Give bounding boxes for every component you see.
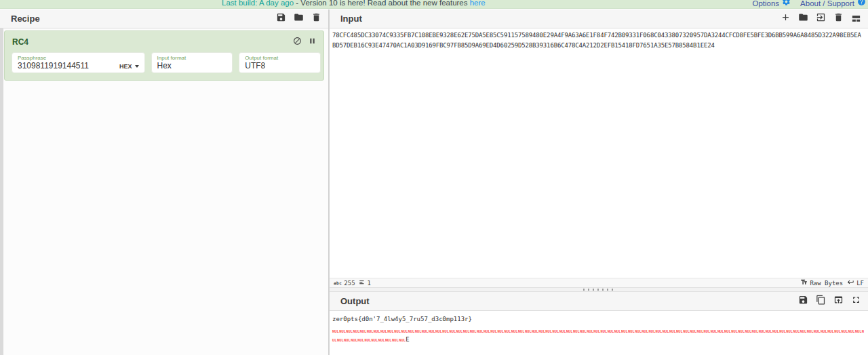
save-icon <box>276 12 286 25</box>
add-input-button[interactable] <box>780 14 791 24</box>
banner-message: Last build: A day ago - Version 10 is he… <box>222 0 486 9</box>
nul-control-char: NUL <box>394 329 401 333</box>
last-build-link[interactable]: Last build: A day ago <box>222 0 294 7</box>
passphrase-value[interactable]: 3109811919144511 <box>18 61 119 71</box>
nul-control-char: NUL <box>573 329 580 333</box>
nul-control-char: NUL <box>800 329 807 333</box>
passphrase-type-value: HEX <box>119 63 132 70</box>
nul-control-char: NUL <box>422 329 429 333</box>
replace-input-button[interactable] <box>833 296 844 307</box>
nul-control-char: NUL <box>490 329 497 333</box>
tabs-icon[interactable] <box>850 14 861 24</box>
nul-control-char: NUL <box>669 329 676 333</box>
maximise-output-button[interactable] <box>850 296 861 307</box>
nul-control-char: NUL <box>752 329 759 333</box>
nul-control-char: NUL <box>442 329 449 333</box>
nul-control-char: NUL <box>408 329 415 333</box>
nul-control-char: NUL <box>380 329 387 333</box>
nul-control-char: NUL <box>357 338 364 342</box>
line-count-icon <box>359 279 366 287</box>
nul-control-char: NUL <box>841 329 848 333</box>
nul-control-char: NUL <box>532 329 538 333</box>
operation-name: RC4 <box>12 37 293 47</box>
line-count: 1 <box>359 279 371 287</box>
nul-control-char: NUL <box>360 329 367 333</box>
about-support-button[interactable]: About / Support <box>800 0 866 9</box>
io-pane: Input 78CFC485DC33074C9335FB7C108EBE9328… <box>330 9 868 355</box>
save-icon <box>798 295 808 308</box>
passphrase-field[interactable]: Passphrase 3109811919144511 HEX <box>12 52 145 73</box>
load-recipe-button[interactable] <box>293 14 304 24</box>
nul-control-char: NUL <box>656 329 663 333</box>
nul-control-char: NUL <box>690 329 696 333</box>
nul-control-char: NUL <box>484 329 490 333</box>
passphrase-label: Passphrase <box>18 55 139 61</box>
clear-io-button[interactable] <box>833 14 844 24</box>
nul-control-char: NUL <box>587 329 593 333</box>
output-format-field[interactable]: Output format UTF8 <box>239 52 321 73</box>
nul-control-char: NUL <box>435 329 442 333</box>
save-output-button[interactable] <box>797 296 808 307</box>
nul-control-char: NUL <box>779 329 786 333</box>
nul-control-char: NUL <box>614 329 621 333</box>
nul-control-char: NUL <box>387 329 394 333</box>
options-button[interactable]: Options <box>752 0 791 9</box>
nul-control-char: NUL <box>628 329 635 333</box>
io-splitter[interactable] <box>330 287 868 292</box>
nul-control-char: NUL <box>827 329 834 333</box>
input-status-bar: abc 255 1 Raw Bytes LF <box>330 278 868 287</box>
save-recipe-button[interactable] <box>275 14 286 24</box>
recipe-list: RC4 Passphrase 3109811919144511 HEX <box>0 28 328 355</box>
nul-control-char: NUL <box>772 329 779 333</box>
input-format-label: Input format <box>157 55 227 61</box>
nul-control-char: NUL <box>724 329 731 333</box>
nul-control-char: NUL <box>497 329 504 333</box>
nul-control-char: NUL <box>351 338 357 342</box>
nul-control-char: NUL <box>608 329 614 333</box>
nul-control-char: NUL <box>642 329 648 333</box>
nul-control-char: NUL <box>385 338 392 342</box>
nul-control-char: NUL <box>663 329 669 333</box>
nul-control-char: NUL <box>378 338 385 342</box>
encoding-value: Raw Bytes <box>810 280 843 287</box>
nul-control-char: NUL <box>676 329 683 333</box>
new-features-link[interactable]: here <box>470 0 486 7</box>
copy-output-button[interactable] <box>815 296 826 307</box>
drag-handle-icon[interactable] <box>583 289 614 291</box>
nul-control-char: NUL <box>353 329 359 333</box>
recipe-pane: Recipe RC4 Passphrase <box>0 9 328 355</box>
input-format-field[interactable]: Input format Hex <box>151 52 233 73</box>
nul-control-char: NUL <box>538 329 545 333</box>
input-title: Input <box>340 14 780 24</box>
breakpoint-pause-icon[interactable] <box>308 36 317 48</box>
recipe-header: Recipe <box>0 9 328 28</box>
nul-control-char: NUL <box>511 329 518 333</box>
passphrase-type-dropdown[interactable]: HEX <box>119 63 139 70</box>
maximise-icon <box>851 295 861 308</box>
input-area[interactable]: 78CFC485DC33074C9335FB7C108EBE9328E62E75… <box>330 28 868 278</box>
nul-control-char: NUL <box>344 338 351 342</box>
input-header: Input <box>330 9 868 28</box>
disable-operation-icon[interactable] <box>293 36 302 48</box>
input-text[interactable]: 78CFC485DC33074C9335FB7C108EBE9328E62E75… <box>330 28 865 50</box>
operation-rc4[interactable]: RC4 Passphrase 3109811919144511 HEX <box>4 30 324 81</box>
about-support-label: About / Support <box>800 0 854 9</box>
nul-control-char: NUL <box>814 329 821 333</box>
nul-control-char: NUL <box>374 329 380 333</box>
open-folder-button[interactable] <box>797 14 808 24</box>
output-format-value[interactable]: UTF8 <box>245 61 315 71</box>
nul-control-char: NUL <box>399 338 406 342</box>
nul-control-char: NUL <box>593 329 600 333</box>
output-format-label: Output format <box>245 55 315 61</box>
input-format-value[interactable]: Hex <box>157 61 227 71</box>
chevron-down-icon <box>135 65 139 68</box>
eol-selector[interactable]: LF <box>847 278 864 287</box>
nul-control-char: NUL <box>339 329 346 333</box>
open-file-button[interactable] <box>815 14 826 24</box>
char-count-icon: abc <box>334 280 342 285</box>
output-area: zer0pts{d0n'7_4lw4y5_7ru57_d3c0mp113r} N… <box>330 311 868 355</box>
nul-control-char: NUL <box>766 329 772 333</box>
nul-control-char: NUL <box>786 329 793 333</box>
encoding-selector[interactable]: Raw Bytes <box>800 278 843 287</box>
clear-recipe-button[interactable] <box>311 14 321 24</box>
